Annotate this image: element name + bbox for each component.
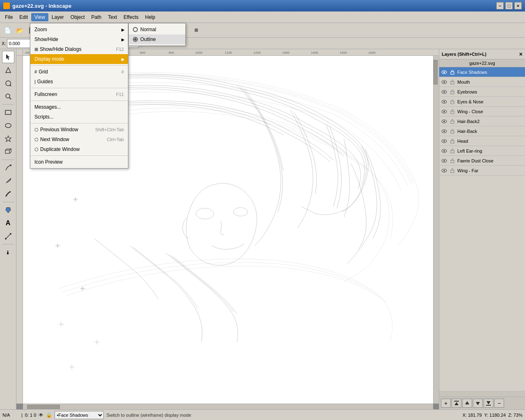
v-scroll-thumb[interactable] [434, 60, 438, 84]
star-tool[interactable] [2, 132, 14, 145]
layers-header: Layers (Shift+Ctrl+L) × [439, 49, 525, 59]
layer-eye-icon[interactable] [441, 148, 447, 154]
close-button[interactable]: × [514, 2, 522, 9]
layer-lock-icon[interactable] [449, 158, 456, 164]
layer-lock-icon[interactable] [449, 148, 456, 154]
layer-eye-icon[interactable] [441, 98, 447, 105]
app-icon [3, 2, 10, 9]
menu-grid[interactable]: # Grid # [30, 67, 128, 77]
menu-edit[interactable]: Edit [16, 13, 31, 21]
layer-move-up[interactable] [462, 399, 472, 408]
menu-prev-window[interactable]: ⬡ Previous Window Shift+Ctrl+Tab [30, 125, 128, 135]
display-outline[interactable]: Outline [129, 34, 185, 44]
calligraphy-tool[interactable] [2, 188, 14, 200]
layer-lock-icon[interactable] [449, 128, 456, 135]
menu-zoom[interactable]: Zoom [30, 25, 128, 34]
layer-eye-icon[interactable] [441, 138, 447, 144]
layer-item[interactable]: Mouth [439, 77, 525, 87]
menu-duplicate-window[interactable]: ⬡ Duplicate Window [30, 144, 128, 154]
pen-tool[interactable] [2, 162, 14, 174]
layer-eye-icon[interactable] [441, 69, 447, 75]
layer-eye-icon[interactable] [441, 158, 447, 164]
layer-lock-icon[interactable] [449, 167, 456, 174]
layer-item[interactable]: Face Shadows [439, 67, 525, 77]
layer-eye-icon[interactable] [441, 89, 447, 95]
menu-guides[interactable]: | Guides [30, 77, 128, 87]
open-button[interactable]: 📂 [14, 25, 25, 36]
ellipse-tool[interactable] [2, 119, 14, 132]
pencil-tool[interactable] [2, 175, 14, 187]
connector-tool[interactable] [2, 230, 14, 242]
menu-fullscreen[interactable]: Fullscreen F11 [30, 89, 128, 99]
layer-item[interactable]: Hair-Back2 [439, 116, 525, 126]
maximize-button[interactable]: □ [505, 2, 513, 9]
svg-point-88 [443, 170, 445, 171]
svg-rect-68 [451, 101, 454, 104]
menu-show-hide-dialogs[interactable]: ⊞ Show/Hide Dialogs F12 [30, 44, 128, 54]
horizontal-scrollbar[interactable] [23, 404, 433, 409]
svg-rect-11 [5, 150, 9, 153]
layer-eye-icon[interactable] [441, 79, 447, 85]
menu-display-mode[interactable]: Display mode [30, 54, 128, 64]
layer-move-down[interactable] [473, 399, 483, 408]
menu-grid-icon: # [34, 69, 37, 74]
layer-item[interactable]: Wing - Far [439, 166, 525, 176]
layer-item[interactable]: Faerie Dust Close [439, 156, 525, 166]
layer-item[interactable]: Eyebrows [439, 87, 525, 97]
layer-lock-icon[interactable] [449, 98, 456, 105]
layer-item[interactable]: Eyes & Nose [439, 97, 525, 107]
3d-tool[interactable] [2, 146, 14, 158]
menu-help[interactable]: Help [142, 13, 159, 21]
text-tool-left[interactable]: A [2, 217, 14, 229]
tweak-tool[interactable] [2, 77, 14, 89]
layer-lock-icon[interactable] [449, 89, 456, 95]
dropper-tool-left[interactable]: 🌡 [2, 246, 14, 258]
layer-item[interactable]: Left Ear-ring [439, 146, 525, 156]
snap-btn[interactable]: ⊞ [190, 25, 202, 36]
layer-name-label: Eyebrows [457, 89, 523, 94]
layer-lock-icon[interactable] [449, 79, 456, 85]
menu-layer[interactable]: Layer [48, 13, 67, 21]
layer-item[interactable]: Wing - Close [439, 107, 525, 116]
node-tool[interactable] [2, 64, 14, 76]
layer-move-to-top[interactable] [452, 399, 461, 408]
layer-item[interactable]: Hair-Back [439, 126, 525, 136]
layer-selector[interactable]: •Face Shadows Mouth Eyebrows Eyes & Nose… [55, 411, 104, 419]
menu-prev-window-icon: ⬡ [34, 127, 39, 132]
menu-show-hide[interactable]: Show/Hide [30, 34, 128, 44]
layer-lock-icon[interactable] [449, 138, 456, 144]
display-normal[interactable]: Normal [129, 25, 185, 34]
layer-eye-icon[interactable] [441, 128, 447, 135]
menu-messages[interactable]: Messages... [30, 102, 128, 112]
rect-tool[interactable] [2, 106, 14, 119]
minimize-button[interactable]: – [496, 2, 504, 9]
select-tool[interactable] [2, 51, 14, 63]
layers-close[interactable]: × [519, 51, 523, 57]
vertical-scrollbar[interactable] [433, 56, 439, 404]
layer-lock-icon[interactable] [449, 69, 456, 75]
menu-text[interactable]: Text [105, 13, 120, 21]
layer-lock-icon[interactable] [449, 118, 456, 125]
layer-add-btn[interactable]: + [441, 399, 451, 408]
layer-eye-icon[interactable] [441, 118, 447, 125]
layer-delete-btn[interactable]: − [494, 399, 504, 408]
layer-eye-icon[interactable] [441, 108, 447, 115]
layer-lock-icon[interactable] [449, 108, 456, 115]
new-button[interactable]: 📄 [2, 25, 13, 36]
layers-scrollbar-h[interactable] [439, 391, 525, 397]
h-scroll-thumb[interactable] [27, 405, 60, 409]
menu-icon-preview[interactable]: Icon Preview [30, 157, 128, 167]
layer-move-to-bottom[interactable] [484, 399, 493, 408]
menu-scripts[interactable]: Scripts... [30, 112, 128, 122]
menu-object[interactable]: Object [67, 13, 88, 21]
layer-eye-icon[interactable] [441, 167, 447, 174]
menu-effects[interactable]: Effects [120, 13, 142, 21]
menu-file[interactable]: File [2, 13, 16, 21]
menu-next-window[interactable]: ⬡ Next Window Ctrl+Tab [30, 135, 128, 144]
menu-path[interactable]: Path [88, 13, 105, 21]
layer-item[interactable]: Head [439, 136, 525, 146]
zoom-tool-left[interactable] [2, 90, 14, 103]
svg-point-6 [6, 94, 10, 98]
menu-view[interactable]: View [31, 13, 48, 21]
fill-tool[interactable] [2, 204, 14, 216]
